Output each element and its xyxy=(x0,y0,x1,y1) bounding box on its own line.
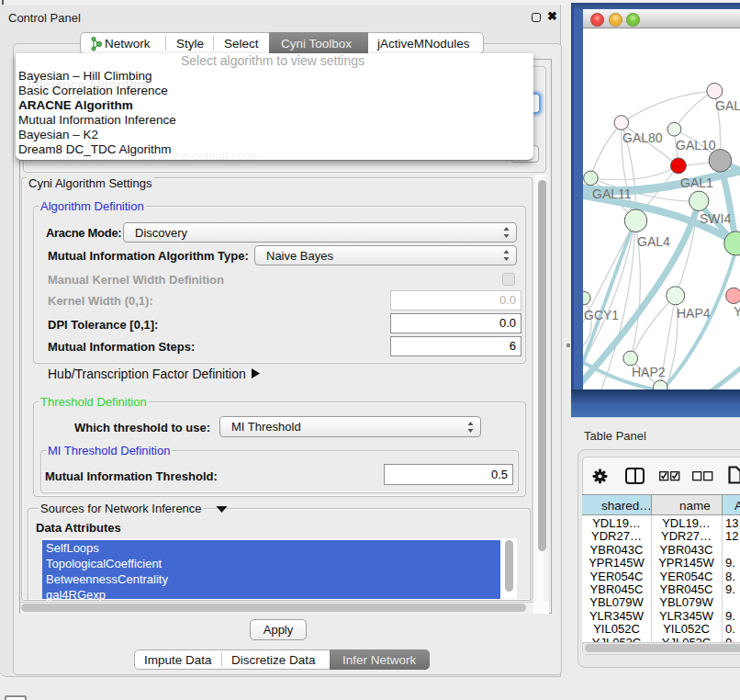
svg-text:GAL10: GAL10 xyxy=(676,138,716,152)
svg-text:HAP2: HAP2 xyxy=(632,365,666,379)
svg-text:HAP4: HAP4 xyxy=(677,306,711,321)
svg-text:GAL1: GAL1 xyxy=(680,175,713,190)
svg-text:SWI4: SWI4 xyxy=(700,211,731,226)
svg-text:GAL: GAL xyxy=(715,98,740,113)
svg-text:Y: Y xyxy=(734,304,740,319)
svg-text:GAL80: GAL80 xyxy=(622,130,663,145)
svg-text:GAL11: GAL11 xyxy=(592,186,632,201)
svg-text:GAL4: GAL4 xyxy=(637,234,670,249)
svg-text:GCY1: GCY1 xyxy=(584,308,619,322)
